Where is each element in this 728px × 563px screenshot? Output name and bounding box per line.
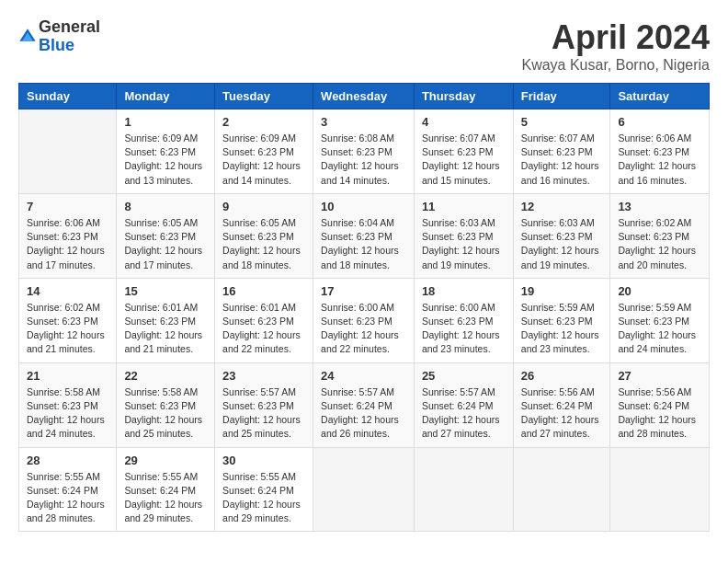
day-number: 10 [321, 200, 406, 213]
day-number: 7 [27, 200, 108, 213]
day-number: 27 [618, 369, 701, 383]
calendar-cell: 15Sunrise: 6:01 AM Sunset: 6:23 PM Dayli… [117, 278, 215, 362]
day-detail: Sunrise: 6:05 AM Sunset: 6:23 PM Dayligh… [124, 216, 207, 272]
day-detail: Sunrise: 5:57 AM Sunset: 6:24 PM Dayligh… [321, 385, 406, 442]
day-number: 30 [222, 454, 305, 467]
day-detail: Sunrise: 6:02 AM Sunset: 6:23 PM Dayligh… [27, 301, 108, 357]
day-number: 25 [422, 369, 506, 383]
day-detail: Sunrise: 6:02 AM Sunset: 6:23 PM Dayligh… [618, 216, 701, 272]
calendar-cell: 16Sunrise: 6:01 AM Sunset: 6:23 PM Dayli… [215, 278, 313, 362]
logo-icon [18, 28, 37, 46]
day-detail: Sunrise: 5:56 AM Sunset: 6:24 PM Dayligh… [618, 385, 701, 442]
calendar-cell: 29Sunrise: 5:55 AM Sunset: 6:24 PM Dayli… [117, 447, 215, 532]
title-block: April 2024 Kwaya Kusar, Borno, Nigeria [521, 18, 710, 74]
day-number: 21 [27, 369, 108, 383]
day-number: 29 [124, 454, 207, 467]
day-number: 16 [222, 284, 305, 298]
calendar-cell: 27Sunrise: 5:56 AM Sunset: 6:24 PM Dayli… [610, 362, 710, 447]
day-detail: Sunrise: 5:55 AM Sunset: 6:24 PM Dayligh… [222, 470, 305, 526]
weekday-header: Tuesday [215, 84, 313, 109]
day-detail: Sunrise: 6:06 AM Sunset: 6:23 PM Dayligh… [27, 216, 108, 272]
calendar-cell [610, 447, 710, 532]
weekday-header: Sunday [19, 84, 117, 109]
calendar-cell [19, 109, 117, 194]
day-detail: Sunrise: 6:00 AM Sunset: 6:23 PM Dayligh… [321, 301, 406, 357]
day-detail: Sunrise: 6:07 AM Sunset: 6:23 PM Dayligh… [521, 132, 603, 188]
calendar-cell: 8Sunrise: 6:05 AM Sunset: 6:23 PM Daylig… [117, 193, 215, 278]
calendar-cell: 11Sunrise: 6:03 AM Sunset: 6:23 PM Dayli… [414, 193, 513, 278]
calendar-cell: 26Sunrise: 5:56 AM Sunset: 6:24 PM Dayli… [513, 362, 610, 447]
day-number: 22 [124, 369, 207, 383]
day-number: 24 [321, 369, 406, 383]
day-detail: Sunrise: 6:05 AM Sunset: 6:23 PM Dayligh… [222, 216, 305, 272]
logo-text: General Blue [39, 18, 100, 55]
day-detail: Sunrise: 6:07 AM Sunset: 6:23 PM Dayligh… [422, 132, 506, 188]
day-detail: Sunrise: 6:01 AM Sunset: 6:23 PM Dayligh… [124, 301, 207, 357]
day-detail: Sunrise: 5:57 AM Sunset: 6:24 PM Dayligh… [422, 385, 506, 442]
day-detail: Sunrise: 5:56 AM Sunset: 6:24 PM Dayligh… [521, 385, 603, 442]
day-detail: Sunrise: 6:04 AM Sunset: 6:23 PM Dayligh… [321, 216, 406, 272]
calendar-cell [313, 447, 415, 532]
calendar-cell: 6Sunrise: 6:06 AM Sunset: 6:23 PM Daylig… [610, 109, 710, 194]
day-number: 11 [422, 200, 506, 213]
calendar-cell: 19Sunrise: 5:59 AM Sunset: 6:23 PM Dayli… [513, 278, 610, 362]
day-number: 12 [521, 200, 603, 213]
day-number: 4 [422, 115, 506, 129]
calendar-cell: 2Sunrise: 6:09 AM Sunset: 6:23 PM Daylig… [215, 109, 313, 194]
day-number: 26 [521, 369, 603, 383]
logo: General Blue [18, 18, 100, 55]
weekday-header: Saturday [610, 84, 710, 109]
day-number: 28 [27, 454, 108, 467]
weekday-row: SundayMondayTuesdayWednesdayThursdayFrid… [19, 84, 710, 109]
day-detail: Sunrise: 5:59 AM Sunset: 6:23 PM Dayligh… [618, 301, 701, 357]
calendar-week-row: 21Sunrise: 5:58 AM Sunset: 6:23 PM Dayli… [19, 362, 710, 447]
day-detail: Sunrise: 5:58 AM Sunset: 6:23 PM Dayligh… [124, 385, 207, 442]
location: Kwaya Kusar, Borno, Nigeria [521, 57, 710, 74]
calendar-week-row: 14Sunrise: 6:02 AM Sunset: 6:23 PM Dayli… [19, 278, 710, 362]
calendar-cell: 14Sunrise: 6:02 AM Sunset: 6:23 PM Dayli… [19, 278, 117, 362]
calendar-cell: 20Sunrise: 5:59 AM Sunset: 6:23 PM Dayli… [610, 278, 710, 362]
weekday-header: Thursday [414, 84, 513, 109]
day-number: 9 [222, 200, 305, 213]
day-number: 18 [422, 284, 506, 298]
day-detail: Sunrise: 6:03 AM Sunset: 6:23 PM Dayligh… [521, 216, 603, 272]
calendar-cell: 30Sunrise: 5:55 AM Sunset: 6:24 PM Dayli… [215, 447, 313, 532]
day-number: 3 [321, 115, 406, 129]
calendar-cell: 4Sunrise: 6:07 AM Sunset: 6:23 PM Daylig… [414, 109, 513, 194]
calendar-cell [414, 447, 513, 532]
day-number: 1 [124, 115, 207, 129]
calendar-cell: 25Sunrise: 5:57 AM Sunset: 6:24 PM Dayli… [414, 362, 513, 447]
day-detail: Sunrise: 5:58 AM Sunset: 6:23 PM Dayligh… [27, 385, 108, 442]
day-detail: Sunrise: 5:55 AM Sunset: 6:24 PM Dayligh… [124, 470, 207, 526]
day-number: 8 [124, 200, 207, 213]
weekday-header: Wednesday [313, 84, 415, 109]
calendar-cell: 23Sunrise: 5:57 AM Sunset: 6:23 PM Dayli… [215, 362, 313, 447]
day-detail: Sunrise: 6:08 AM Sunset: 6:23 PM Dayligh… [321, 132, 406, 188]
calendar-week-row: 28Sunrise: 5:55 AM Sunset: 6:24 PM Dayli… [19, 447, 710, 532]
day-number: 5 [521, 115, 603, 129]
calendar-cell [513, 447, 610, 532]
weekday-header: Monday [117, 84, 215, 109]
day-number: 23 [222, 369, 305, 383]
day-detail: Sunrise: 5:59 AM Sunset: 6:23 PM Dayligh… [521, 301, 603, 357]
day-number: 13 [618, 200, 701, 213]
calendar-cell: 28Sunrise: 5:55 AM Sunset: 6:24 PM Dayli… [19, 447, 117, 532]
day-detail: Sunrise: 6:00 AM Sunset: 6:23 PM Dayligh… [422, 301, 506, 357]
calendar-cell: 1Sunrise: 6:09 AM Sunset: 6:23 PM Daylig… [117, 109, 215, 194]
day-detail: Sunrise: 6:09 AM Sunset: 6:23 PM Dayligh… [124, 132, 207, 188]
month-title: April 2024 [521, 18, 710, 57]
day-number: 14 [27, 284, 108, 298]
day-detail: Sunrise: 6:06 AM Sunset: 6:23 PM Dayligh… [618, 132, 701, 188]
calendar-week-row: 1Sunrise: 6:09 AM Sunset: 6:23 PM Daylig… [19, 109, 710, 194]
day-detail: Sunrise: 5:57 AM Sunset: 6:23 PM Dayligh… [222, 385, 305, 442]
day-detail: Sunrise: 6:09 AM Sunset: 6:23 PM Dayligh… [222, 132, 305, 188]
calendar-cell: 7Sunrise: 6:06 AM Sunset: 6:23 PM Daylig… [19, 193, 117, 278]
day-detail: Sunrise: 5:55 AM Sunset: 6:24 PM Dayligh… [27, 470, 108, 526]
day-detail: Sunrise: 6:01 AM Sunset: 6:23 PM Dayligh… [222, 301, 305, 357]
day-number: 2 [222, 115, 305, 129]
calendar-cell: 18Sunrise: 6:00 AM Sunset: 6:23 PM Dayli… [414, 278, 513, 362]
calendar-header: SundayMondayTuesdayWednesdayThursdayFrid… [19, 84, 710, 109]
logo-blue: Blue [39, 37, 100, 55]
calendar-cell: 13Sunrise: 6:02 AM Sunset: 6:23 PM Dayli… [610, 193, 710, 278]
calendar-cell: 9Sunrise: 6:05 AM Sunset: 6:23 PM Daylig… [215, 193, 313, 278]
